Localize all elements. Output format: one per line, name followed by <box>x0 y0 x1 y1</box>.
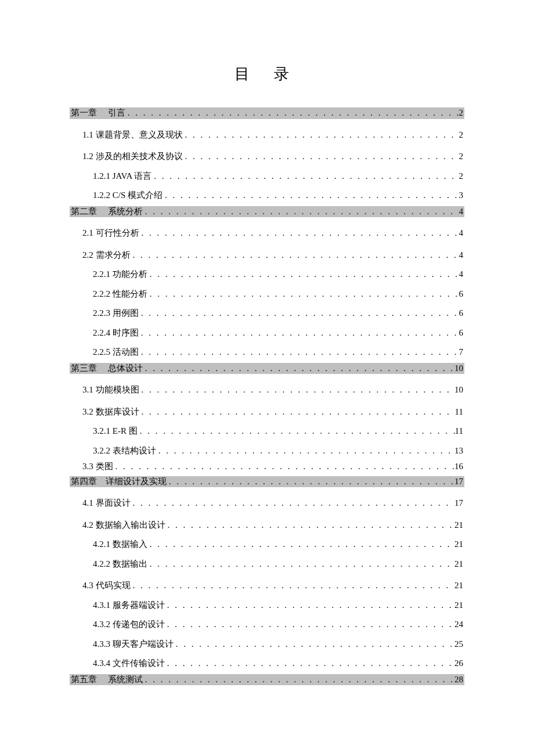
toc-entry-page: 13 <box>454 445 464 457</box>
toc-title: 目 录 <box>70 64 464 84</box>
toc-entry-label: 4.1 界面设计 <box>82 498 131 509</box>
toc-entry-label: 2.2.2 性能分析 <box>93 289 147 300</box>
toc-dot-leader: . . . . . . . . . . . . . . . . . . . . … <box>147 289 459 300</box>
toc-entry-label: 2.2 需求分析 <box>82 250 131 261</box>
toc-entry-label: 2.2.4 时序图 <box>93 327 139 339</box>
toc-chapter-row: 第二章 系统分析 . . . . . . . . . . . . . . . .… <box>70 206 464 218</box>
toc-section-row: 3.3 类图 . . . . . . . . . . . . . . . . .… <box>70 461 464 473</box>
toc-entry-page: 4 <box>459 269 465 280</box>
toc-entry-label: 第四章 详细设计及实现 <box>70 476 167 488</box>
toc-subsection-row: 4.2.1 数据输入 . . . . . . . . . . . . . . .… <box>70 539 464 550</box>
toc-dot-leader: . . . . . . . . . . . . . . . . . . . . … <box>165 520 455 531</box>
table-of-contents: 第一章 引言 . . . . . . . . . . . . . . . . .… <box>70 107 464 685</box>
toc-entry-page: 17 <box>454 476 464 488</box>
toc-entry-label: 1.2 涉及的相关技术及协议 <box>82 151 183 163</box>
toc-entry-label: 3.1 功能模块图 <box>82 384 139 396</box>
toc-section-row: 4.2 数据输入输出设计 . . . . . . . . . . . . . .… <box>70 520 464 531</box>
toc-section-row: 4.1 界面设计 . . . . . . . . . . . . . . . .… <box>70 498 464 509</box>
toc-dot-leader: . . . . . . . . . . . . . . . . . . . . … <box>138 426 455 437</box>
toc-subsection-row: 1.2.1 JAVA 语言 . . . . . . . . . . . . . … <box>70 171 464 182</box>
toc-entry-page: 4 <box>459 206 465 218</box>
toc-entry-label: 4.3.4 文件传输设计 <box>93 658 165 669</box>
toc-dot-leader: . . . . . . . . . . . . . . . . . . . . … <box>139 308 459 319</box>
toc-subsection-row: 4.3.1 服务器端设计 . . . . . . . . . . . . . .… <box>70 600 464 611</box>
toc-entry-page: 17 <box>454 498 464 509</box>
toc-dot-leader: . . . . . . . . . . . . . . . . . . . . … <box>131 250 459 261</box>
toc-entry-label: 1.2.2 C/S 模式介绍 <box>93 190 163 201</box>
toc-dot-leader: . . . . . . . . . . . . . . . . . . . . … <box>165 600 454 611</box>
toc-dot-leader: . . . . . . . . . . . . . . . . . . . . … <box>125 107 459 119</box>
toc-dot-leader: . . . . . . . . . . . . . . . . . . . . … <box>113 461 455 473</box>
toc-entry-page: 6 <box>459 327 465 339</box>
toc-section-row: 2.1 可行性分析 . . . . . . . . . . . . . . . … <box>70 228 464 239</box>
toc-entry-page: 16 <box>454 461 464 473</box>
toc-entry-label: 第三章 总体设计 <box>70 363 143 375</box>
toc-dot-leader: . . . . . . . . . . . . . . . . . . . . … <box>151 171 459 182</box>
toc-entry-label: 3.2 数据库设计 <box>82 406 139 418</box>
toc-chapter-row: 第五章 系统测试 . . . . . . . . . . . . . . . .… <box>70 674 464 686</box>
toc-entry-label: 3.2.2 表结构设计 <box>93 445 156 457</box>
toc-dot-leader: . . . . . . . . . . . . . . . . . . . . … <box>139 347 459 358</box>
toc-dot-leader: . . . . . . . . . . . . . . . . . . . . … <box>147 559 454 570</box>
toc-entry-page: 11 <box>455 426 464 437</box>
toc-subsection-group: 2.2.1 功能分析 . . . . . . . . . . . . . . .… <box>70 269 464 358</box>
toc-entry-label: 4.2.2 数据输出 <box>93 559 147 570</box>
toc-subsection-row: 2.2.4 时序图 . . . . . . . . . . . . . . . … <box>70 327 464 339</box>
document-page: 目 录 第一章 引言 . . . . . . . . . . . . . . .… <box>0 0 534 720</box>
toc-subsection-row: 2.2.1 功能分析 . . . . . . . . . . . . . . .… <box>70 269 464 280</box>
toc-entry-label: 第二章 系统分析 <box>70 206 143 218</box>
toc-dot-leader: . . . . . . . . . . . . . . . . . . . . … <box>139 384 455 396</box>
toc-dot-leader: . . . . . . . . . . . . . . . . . . . . … <box>174 639 454 650</box>
toc-subsection-row: 4.3.4 文件传输设计 . . . . . . . . . . . . . .… <box>70 658 464 669</box>
toc-entry-page: 4 <box>459 228 465 239</box>
toc-dot-leader: . . . . . . . . . . . . . . . . . . . . … <box>147 269 459 280</box>
toc-entry-page: 26 <box>454 658 464 669</box>
toc-subsection-group: 4.2.1 数据输入 . . . . . . . . . . . . . . .… <box>70 539 464 570</box>
toc-entry-page: 6 <box>459 308 465 319</box>
toc-dot-leader: . . . . . . . . . . . . . . . . . . . . … <box>131 498 455 509</box>
toc-dot-leader: . . . . . . . . . . . . . . . . . . . . … <box>143 206 459 218</box>
toc-entry-label: 4.2 数据输入输出设计 <box>82 520 165 531</box>
toc-dot-leader: . . . . . . . . . . . . . . . . . . . . … <box>139 228 459 239</box>
toc-dot-leader: . . . . . . . . . . . . . . . . . . . . … <box>163 190 459 201</box>
toc-entry-page: 21 <box>454 559 464 570</box>
toc-entry-page: 10 <box>454 384 464 396</box>
toc-dot-leader: . . . . . . . . . . . . . . . . . . . . … <box>131 580 455 592</box>
toc-entry-label: 2.2.1 功能分析 <box>93 269 147 280</box>
toc-dot-leader: . . . . . . . . . . . . . . . . . . . . … <box>139 327 459 339</box>
toc-section-row: 3.1 功能模块图 . . . . . . . . . . . . . . . … <box>70 384 464 396</box>
toc-subsection-group: 3.2.1 E-R 图 . . . . . . . . . . . . . . … <box>70 426 464 456</box>
toc-dot-leader: . . . . . . . . . . . . . . . . . . . . … <box>139 406 455 418</box>
toc-dot-leader: . . . . . . . . . . . . . . . . . . . . … <box>143 363 454 375</box>
toc-entry-page: 3 <box>459 190 465 201</box>
toc-entry-page: 2 <box>459 107 465 119</box>
toc-subsection-row: 4.3.3 聊天客户端设计 . . . . . . . . . . . . . … <box>70 639 464 650</box>
toc-entry-page: 10 <box>454 363 464 375</box>
toc-subsection-group: 1.2.1 JAVA 语言 . . . . . . . . . . . . . … <box>70 171 464 201</box>
toc-section-row: 1.2 涉及的相关技术及协议 . . . . . . . . . . . . .… <box>70 151 464 163</box>
toc-subsection-row: 4.2.2 数据输出 . . . . . . . . . . . . . . .… <box>70 559 464 570</box>
toc-entry-page: 7 <box>459 347 465 358</box>
toc-entry-page: 4 <box>459 250 465 261</box>
toc-entry-page: 11 <box>455 406 464 418</box>
toc-entry-page: 21 <box>454 600 464 611</box>
toc-dot-leader: . . . . . . . . . . . . . . . . . . . . … <box>147 539 454 550</box>
toc-entry-page: 2 <box>459 129 465 141</box>
toc-entry-label: 2.1 可行性分析 <box>82 228 139 239</box>
toc-subsection-group: 4.3.1 服务器端设计 . . . . . . . . . . . . . .… <box>70 600 464 669</box>
toc-entry-page: 21 <box>454 580 464 592</box>
toc-entry-page: 21 <box>454 539 464 550</box>
toc-subsection-row: 1.2.2 C/S 模式介绍 . . . . . . . . . . . . .… <box>70 190 464 201</box>
toc-section-row: 3.2 数据库设计 . . . . . . . . . . . . . . . … <box>70 406 464 418</box>
toc-chapter-row: 第四章 详细设计及实现 . . . . . . . . . . . . . . … <box>70 476 464 488</box>
toc-dot-leader: . . . . . . . . . . . . . . . . . . . . … <box>165 658 454 669</box>
toc-chapter-row: 第一章 引言 . . . . . . . . . . . . . . . . .… <box>70 107 464 119</box>
toc-dot-leader: . . . . . . . . . . . . . . . . . . . . … <box>143 674 454 686</box>
toc-entry-label: 1.2.1 JAVA 语言 <box>93 171 151 182</box>
toc-entry-label: 4.3.2 传递包的设计 <box>93 619 165 631</box>
toc-entry-page: 2 <box>459 151 465 163</box>
toc-entry-label: 3.3 类图 <box>82 461 113 473</box>
toc-entry-page: 25 <box>454 639 464 650</box>
toc-entry-label: 3.2.1 E-R 图 <box>93 426 138 437</box>
toc-chapter-row: 第三章 总体设计 . . . . . . . . . . . . . . . .… <box>70 363 464 375</box>
